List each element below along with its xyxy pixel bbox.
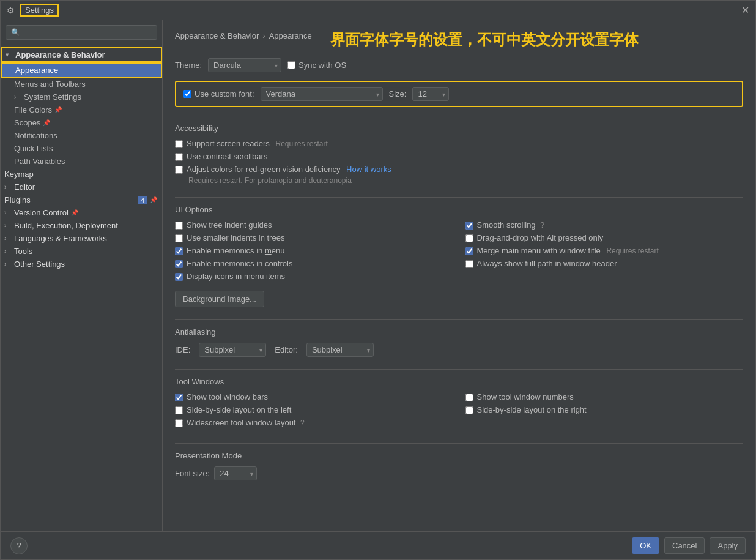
settings-window: ⚙ Settings ✕ 🔍 ▾ Appearance & Behavior A… [0, 0, 756, 560]
sidebar-item-version-control[interactable]: › Version Control 📌 [1, 206, 162, 219]
search-input[interactable] [23, 28, 152, 37]
ui-options-grid: Show tree indent guides Use smaller inde… [175, 220, 743, 285]
sync-with-os-checkbox[interactable] [287, 61, 295, 69]
display-icons-row: Display icons in menu items [175, 272, 453, 281]
sidebar-item-label: Build, Execution, Deployment [14, 221, 118, 230]
close-button[interactable]: ✕ [741, 4, 749, 16]
sidebar-item-keymap[interactable]: Keymap [1, 168, 162, 181]
editor-label: Editor: [275, 345, 298, 354]
sidebar-item-menus-toolbars[interactable]: Menus and Toolbars [1, 78, 162, 91]
accessibility-section: Accessibility Support screen readers Req… [175, 124, 743, 185]
pin-icon: 📌 [150, 196, 157, 203]
screen-readers-checkbox[interactable] [175, 140, 183, 148]
sidebar-item-label: System Settings [24, 92, 81, 102]
sidebar-item-appearance[interactable]: Appearance [1, 62, 162, 78]
sidebar-item-tools[interactable]: › Tools [1, 245, 162, 258]
ui-options-right: Smooth scrolling ? Drag-and-drop with Al… [465, 220, 744, 285]
contrast-scrollbars-checkbox[interactable] [175, 153, 183, 161]
sidebar-item-label: Version Control [14, 208, 69, 217]
widescreen-row: Widescreen tool window layout ? [175, 418, 453, 427]
sidebar-item-label: Appearance [15, 65, 58, 75]
side-by-side-left-checkbox[interactable] [175, 406, 183, 414]
smooth-scrolling-checkbox[interactable] [465, 222, 473, 230]
breadcrumb-arrow: › [262, 31, 265, 40]
sidebar-item-label: Tools [14, 247, 32, 256]
sidebar-item-other-settings[interactable]: › Other Settings [1, 258, 162, 271]
search-icon: 🔍 [11, 28, 20, 37]
font-dropdown[interactable]: Verdana Arial Consolas [261, 87, 383, 101]
sidebar-item-quick-lists[interactable]: Quick Lists [1, 142, 162, 155]
tool-windows-grid: Show tool window bars Side-by-side layou… [175, 392, 743, 431]
smaller-indents-checkbox[interactable] [175, 234, 183, 242]
ui-options-section: UI Options Show tree indent guides Use s… [175, 205, 743, 307]
sidebar-item-build-execution[interactable]: › Build, Execution, Deployment [1, 219, 162, 232]
tree-indent-row: Show tree indent guides [175, 220, 453, 230]
sidebar-item-path-variables[interactable]: Path Variables [1, 155, 162, 168]
smaller-indents-row: Use smaller indents in trees [175, 233, 453, 242]
tool-window-numbers-checkbox[interactable] [465, 394, 473, 401]
search-box[interactable]: 🔍 [6, 25, 157, 40]
annotation-text: 界面字体字号的设置，不可中英文分开设置字体 [330, 30, 639, 50]
editor-dropdown-wrapper: Subpixel Greyscale None [306, 343, 374, 357]
presentation-font-size-dropdown[interactable]: 16 18 20 24 28 32 [214, 466, 257, 480]
size-dropdown[interactable]: 12 13 14 16 [412, 87, 449, 101]
display-icons-label: Display icons in menu items [187, 272, 285, 281]
theme-label: Theme: [175, 61, 202, 70]
mnemonics-controls-checkbox[interactable] [175, 260, 183, 268]
mnemonics-menu-row: Enable mnemonics in menu [175, 246, 453, 255]
merge-menu-row: Merge main menu with window title Requir… [465, 246, 744, 255]
theme-dropdown[interactable]: Darcula [208, 58, 281, 72]
pin-icon: 📌 [43, 119, 50, 126]
sidebar-item-plugins[interactable]: Plugins 4 📌 [1, 193, 162, 206]
drag-drop-row: Drag-and-drop with Alt pressed only [465, 233, 744, 242]
pin-icon: 📌 [54, 106, 62, 113]
full-path-label: Always show full path in window header [477, 259, 617, 268]
editor-antialiasing-dropdown[interactable]: Subpixel Greyscale None [306, 343, 374, 357]
full-path-checkbox[interactable] [465, 260, 473, 268]
sidebar-item-editor[interactable]: › Editor [1, 181, 162, 193]
background-image-button[interactable]: Background Image... [175, 291, 264, 307]
divider-3 [175, 319, 743, 320]
drag-drop-checkbox[interactable] [465, 234, 473, 242]
custom-font-checkbox[interactable] [183, 90, 191, 98]
tool-windows-title: Tool Windows [175, 377, 743, 386]
divider-4 [175, 369, 743, 370]
red-green-checkbox[interactable] [175, 166, 183, 174]
red-green-row: Adjust colors for red-green vision defic… [175, 165, 743, 174]
display-icons-checkbox[interactable] [175, 273, 183, 281]
sidebar-item-system-settings[interactable]: › System Settings [1, 91, 162, 103]
presentation-font-row: Font size: 16 18 20 24 28 32 [175, 466, 743, 480]
help-button[interactable]: ? [10, 537, 28, 554]
sidebar-item-appearance-behavior[interactable]: ▾ Appearance & Behavior [1, 47, 162, 62]
chevron-right-icon: › [4, 235, 12, 242]
ui-options-left: Show tree indent guides Use smaller inde… [175, 220, 453, 285]
sidebar-item-label: Editor [14, 182, 35, 192]
chevron-right-icon: › [4, 222, 12, 230]
tree-indent-checkbox[interactable] [175, 222, 183, 230]
right-panel: Appearance & Behavior › Appearance 界面字体字… [163, 20, 755, 531]
side-by-side-right-checkbox[interactable] [465, 406, 473, 414]
sync-with-os-label[interactable]: Sync with OS [287, 61, 346, 70]
how-it-works-link[interactable]: How it works [346, 165, 391, 174]
tool-window-bars-checkbox[interactable] [175, 394, 183, 401]
widescreen-help-icon: ? [300, 419, 305, 427]
chevron-down-icon: ▾ [6, 51, 13, 59]
side-by-side-left-label: Side-by-side layout on the left [187, 405, 291, 414]
merge-menu-checkbox[interactable] [465, 247, 473, 255]
apply-button[interactable]: Apply [710, 537, 746, 554]
sidebar-item-languages[interactable]: › Languages & Frameworks [1, 232, 162, 245]
smooth-scrolling-row: Smooth scrolling ? [465, 220, 744, 230]
tool-window-bars-row: Show tool window bars [175, 392, 453, 401]
mnemonics-menu-checkbox[interactable] [175, 247, 183, 255]
size-label: Size: [389, 89, 407, 99]
ok-button[interactable]: OK [632, 537, 659, 554]
chevron-right-icon: › [14, 94, 21, 101]
widescreen-checkbox[interactable] [175, 419, 183, 427]
sidebar-item-file-colors[interactable]: File Colors 📌 [1, 103, 162, 116]
breadcrumb: Appearance & Behavior › Appearance [175, 31, 312, 40]
sidebar-item-scopes[interactable]: Scopes 📌 [1, 116, 162, 129]
cancel-button[interactable]: Cancel [664, 537, 705, 554]
sidebar-item-notifications[interactable]: Notifications [1, 129, 162, 142]
ide-antialiasing-dropdown[interactable]: Subpixel Greyscale None [199, 343, 266, 357]
custom-font-label[interactable]: Use custom font: [183, 89, 254, 99]
